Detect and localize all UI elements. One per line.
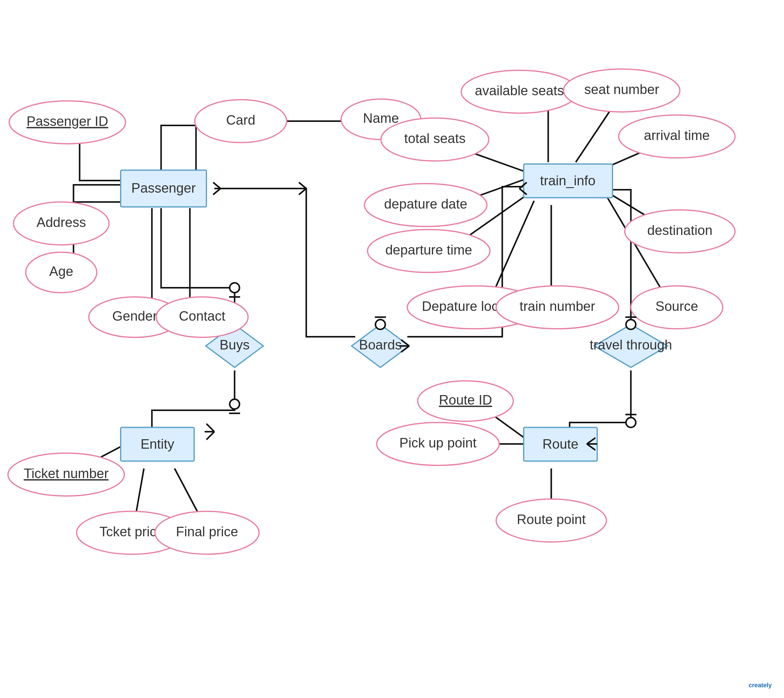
final-price-text: Final price bbox=[176, 524, 238, 539]
pick-up-point-text: Pick up point bbox=[399, 435, 476, 450]
svg-point-0 bbox=[230, 283, 239, 293]
contact-text: Contact bbox=[179, 308, 226, 323]
gender-text: Gender bbox=[112, 308, 157, 323]
boards-label: Boards bbox=[359, 337, 402, 352]
train-info-label: train_info bbox=[540, 173, 595, 188]
address-text: Address bbox=[36, 215, 86, 230]
source-text: Source bbox=[656, 299, 698, 314]
name-text: Name bbox=[363, 110, 399, 125]
route-point-text: Route point bbox=[517, 512, 586, 527]
svg-point-2 bbox=[230, 399, 239, 409]
travel-through-label: travel through bbox=[590, 337, 672, 352]
buys-label: Buys bbox=[219, 337, 250, 352]
branding-logo: creately bbox=[748, 682, 772, 689]
svg-point-4 bbox=[376, 320, 385, 329]
train-number-text: train number bbox=[519, 299, 595, 314]
svg-line-24 bbox=[213, 189, 221, 195]
departure-date-text: depature date bbox=[384, 196, 467, 211]
svg-point-9 bbox=[626, 320, 636, 329]
departure-time-text: departure time bbox=[385, 242, 472, 257]
entity-label: Entity bbox=[140, 436, 174, 451]
route-label: Route bbox=[542, 436, 578, 451]
passenger-id-text: Passenger ID bbox=[26, 114, 109, 128]
svg-line-13 bbox=[299, 183, 306, 189]
total-seats-text: total seats bbox=[404, 131, 466, 146]
route-id-text: Route ID bbox=[439, 392, 492, 407]
available-seats-text: available seats bbox=[475, 83, 564, 98]
svg-line-16 bbox=[206, 432, 214, 440]
card-text: Card bbox=[226, 112, 255, 127]
ticket-number-text: Ticket number bbox=[23, 466, 109, 481]
seat-number-text: seat number bbox=[584, 82, 659, 97]
svg-line-15 bbox=[206, 424, 214, 432]
ticket-price-text: Tcket price bbox=[99, 524, 164, 539]
age-text: Age bbox=[49, 264, 73, 279]
svg-point-11 bbox=[626, 418, 636, 428]
destination-text: destination bbox=[647, 223, 713, 238]
passenger-label: Passenger bbox=[132, 180, 196, 196]
svg-line-14 bbox=[299, 189, 306, 195]
arrival-time-text: arrival time bbox=[644, 128, 710, 143]
svg-line-23 bbox=[213, 183, 221, 189]
